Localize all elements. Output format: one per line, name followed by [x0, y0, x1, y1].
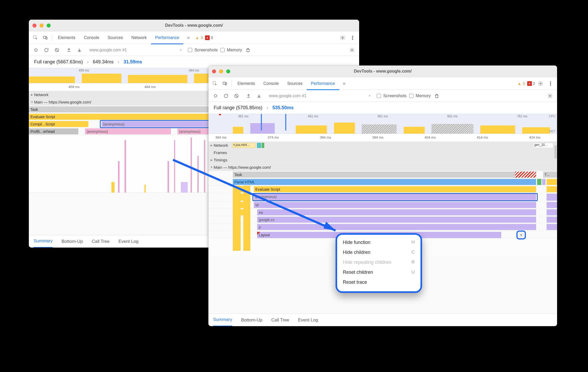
clear-icon[interactable]	[232, 91, 241, 100]
issue-counters[interactable]: ▲ 5 × 2	[517, 81, 535, 86]
tab-call-tree[interactable]: Call Tree	[92, 235, 110, 248]
overflow-icon[interactable]	[546, 79, 555, 88]
upload-icon[interactable]	[64, 46, 73, 54]
p-row[interactable]: p	[208, 223, 557, 231]
screenshots-input[interactable]	[188, 48, 192, 52]
menu-hide-children[interactable]: Hide children C	[342, 247, 416, 257]
device-toolbar-icon[interactable]	[41, 33, 50, 42]
network-track-header[interactable]: ▶ Network n,jsa,mb4… gen_20…	[208, 142, 557, 149]
scrollbar[interactable]	[554, 145, 557, 158]
tab-event-log[interactable]: Event Log	[298, 314, 318, 326]
warnings-count[interactable]: ▲ 3	[195, 35, 203, 40]
memory-checkbox[interactable]: Memory	[408, 93, 431, 99]
googlecv-row[interactable]: google.cv	[208, 216, 557, 223]
warnings-count[interactable]: ▲ 5	[517, 81, 525, 86]
tab-performance[interactable]: Performance	[307, 79, 339, 88]
breadcrumb-mid[interactable]: 649.34ms	[93, 59, 114, 65]
chevrons-icon: »	[343, 81, 346, 86]
settings-icon[interactable]	[546, 91, 554, 100]
page-selector-label: www.google.com #1	[89, 48, 127, 52]
main-track-header[interactable]: ▼ Main — https://www.google.com/	[208, 164, 557, 171]
tab-elements[interactable]: Elements	[234, 79, 259, 88]
tick-label: 459 ms	[79, 69, 89, 72]
settings-icon[interactable]	[536, 79, 545, 88]
tab-elements[interactable]: Elements	[54, 33, 79, 42]
record-icon[interactable]	[211, 91, 220, 100]
menu-item-shortcut: C	[412, 250, 415, 255]
overflow-icon[interactable]	[348, 33, 357, 42]
evaluate-bar: Evaluate Script	[254, 186, 536, 192]
svg-point-15	[550, 83, 551, 84]
breadcrumb-current[interactable]: 31.59ms	[123, 59, 142, 65]
memory-checkbox[interactable]: Memory	[219, 47, 242, 53]
panel-tabs: Elements Console Sources Performance » ▲…	[208, 77, 557, 90]
tab-performance[interactable]: Performance	[152, 33, 183, 42]
timings-track-header[interactable]: ▶ Timings	[208, 156, 557, 164]
errors-count[interactable]: × 2	[527, 81, 535, 86]
time-ruler[interactable]: 364 ms 374 ms 384 ms 394 ms 404 ms 414 m…	[208, 134, 557, 142]
more-tabs-icon[interactable]: »	[340, 79, 349, 88]
w-row[interactable]: W	[208, 201, 557, 209]
overview-track[interactable]: 361 ms 461 ms 561 ms 661 ms 761 ms	[208, 114, 557, 134]
screenshots-label: Screenshots	[383, 94, 407, 98]
tab-bottom-up[interactable]: Bottom-Up	[62, 235, 83, 248]
task-row[interactable]: Task T…	[208, 171, 557, 178]
breadcrumb-current[interactable]: 535.50ms	[272, 105, 294, 111]
memory-input[interactable]	[409, 94, 413, 98]
menu-reset-children[interactable]: Reset children U	[342, 267, 416, 277]
screenshots-checkbox[interactable]: Screenshots	[187, 47, 218, 53]
settings-icon[interactable]	[338, 33, 347, 42]
breadcrumb-full[interactable]: Full range (5667.63ms)	[34, 59, 83, 65]
screenshots-input[interactable]	[377, 94, 381, 98]
download-icon[interactable]	[255, 91, 263, 100]
svg-point-5	[352, 37, 353, 38]
screenshots-checkbox[interactable]: Screenshots	[376, 93, 407, 99]
more-tabs-icon[interactable]: »	[184, 33, 193, 42]
tab-summary[interactable]: Summary	[34, 235, 53, 248]
page-selector[interactable]: www.google.com #1 ▾	[267, 92, 373, 100]
reload-icon[interactable]	[42, 46, 51, 54]
tab-console[interactable]: Console	[260, 79, 283, 88]
menu-item-label: Reset children	[343, 270, 373, 275]
clear-icon[interactable]	[52, 46, 61, 54]
issue-counters[interactable]: ▲ 3 × 3	[195, 35, 213, 40]
download-icon[interactable]	[75, 46, 84, 54]
errors-count[interactable]: × 3	[205, 35, 213, 40]
tab-console[interactable]: Console	[80, 33, 103, 42]
settings-icon[interactable]	[348, 46, 357, 54]
evaluate-row[interactable]: Evaluate Script	[208, 186, 557, 193]
memory-label: Memory	[227, 48, 242, 52]
tab-summary[interactable]: Summary	[213, 314, 232, 326]
inspect-icon[interactable]	[211, 79, 219, 88]
breadcrumb-full[interactable]: Full range (5705.85ms)	[214, 105, 262, 111]
memory-input[interactable]	[220, 48, 225, 52]
tick-label: 461 ms	[308, 114, 318, 118]
page-selector[interactable]: www.google.com #1 ▾	[87, 46, 184, 54]
menu-reset-trace[interactable]: Reset trace	[342, 277, 416, 287]
parse-row[interactable]: Parse HTML	[208, 178, 557, 186]
tab-event-log[interactable]: Event Log	[118, 235, 139, 248]
inspect-icon[interactable]	[31, 33, 40, 42]
tab-network[interactable]: Network	[128, 33, 150, 42]
anonymous-row[interactable]: (anonymous)	[208, 193, 557, 201]
tab-sources[interactable]: Sources	[283, 79, 306, 88]
reload-icon[interactable]	[222, 91, 230, 100]
upload-icon[interactable]	[244, 91, 253, 100]
overview-activity	[208, 122, 557, 134]
svg-point-14	[550, 81, 551, 82]
gc-icon[interactable]	[244, 46, 252, 54]
frames-track-header[interactable]: Frames	[208, 149, 557, 156]
device-toolbar-icon[interactable]	[220, 79, 229, 88]
tab-sources[interactable]: Sources	[104, 33, 127, 42]
error-icon: ×	[527, 81, 532, 86]
tab-bottom-up[interactable]: Bottom-Up	[241, 314, 262, 326]
tab-call-tree[interactable]: Call Tree	[271, 314, 289, 326]
row-dropdown-button[interactable]: ▾	[516, 231, 526, 239]
window-title: DevTools - www.google.com/	[208, 69, 557, 74]
ea-row[interactable]: ea	[208, 209, 557, 216]
record-icon[interactable]	[31, 46, 40, 54]
gc-icon[interactable]	[432, 91, 441, 100]
menu-hide-repeating-children: Hide repeating children R	[342, 257, 416, 267]
svg-point-19	[549, 95, 551, 96]
menu-hide-function[interactable]: Hide function H	[342, 237, 416, 247]
